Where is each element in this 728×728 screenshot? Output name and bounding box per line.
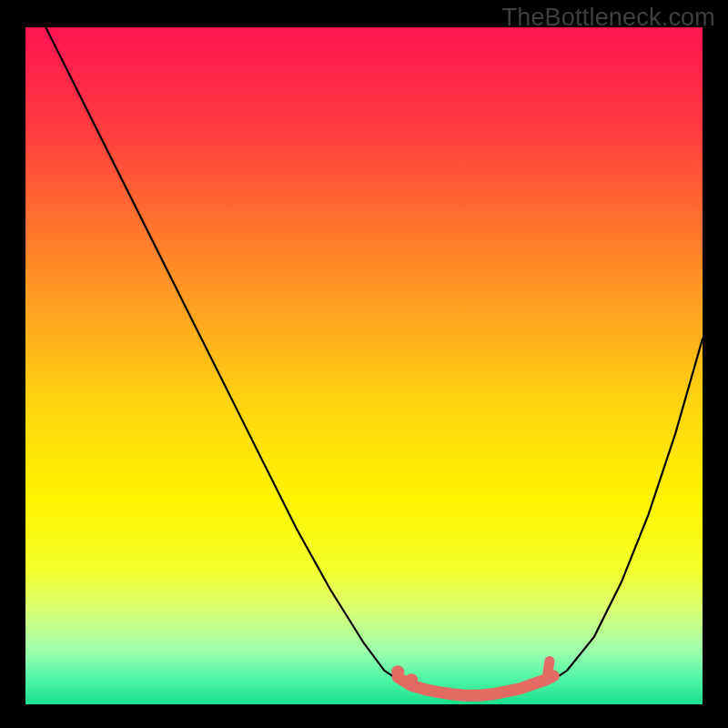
marker-dot bbox=[391, 665, 404, 678]
marker-dot bbox=[405, 673, 418, 686]
marker-tick bbox=[547, 662, 550, 680]
plot-area bbox=[25, 27, 703, 704]
chart-frame: TheBottleneck.com bbox=[0, 0, 728, 728]
chart-svg bbox=[25, 27, 703, 704]
gradient-background bbox=[25, 27, 703, 704]
